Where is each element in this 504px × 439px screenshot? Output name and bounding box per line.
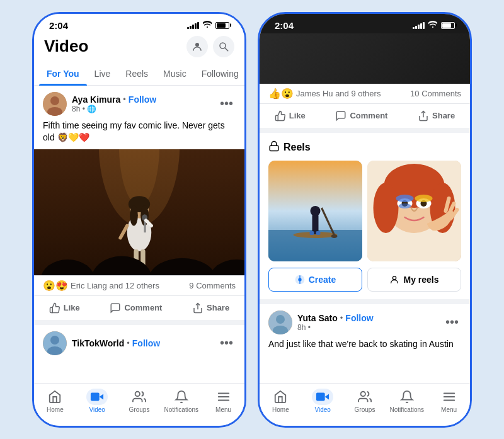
nav-groups-label-2: Groups xyxy=(355,406,375,413)
partial-follow-button-1[interactable]: Follow xyxy=(132,338,160,348)
comment-button-2[interactable]: Comment xyxy=(328,106,395,125)
svg-line-2 xyxy=(225,48,228,51)
phone-content-1: Aya Kimura • Follow 8h • 🌐 ••• Fifth tim… xyxy=(34,86,244,383)
battery-icon-2 xyxy=(441,22,455,29)
share-button-2[interactable]: Share xyxy=(410,106,462,125)
reels-lock-icon xyxy=(268,140,280,154)
svg-point-61 xyxy=(276,315,285,324)
post-text-1: Fifth time seeing my fav comic live. Nev… xyxy=(34,120,244,149)
app-title-1: Video xyxy=(44,37,88,56)
svg-point-1 xyxy=(220,43,226,48)
tab-following[interactable]: Following xyxy=(194,62,246,85)
nav-home-1[interactable]: Home xyxy=(34,389,76,413)
nav-groups-2[interactable]: Groups xyxy=(344,389,386,413)
bottom-author-info-2: Yuta Sato • Follow 8h • xyxy=(297,313,374,332)
nav-video-1[interactable]: Video xyxy=(76,389,118,413)
svg-rect-34 xyxy=(270,145,278,151)
status-bar-1: 2:04 xyxy=(34,14,244,33)
svg-point-29 xyxy=(135,391,140,396)
svg-rect-42 xyxy=(310,231,314,235)
tab-music[interactable]: Music xyxy=(156,62,194,85)
svg-point-0 xyxy=(195,43,199,47)
nav-menu-label-2: Menu xyxy=(441,406,457,413)
emoji-reactions-1: 😮😍 xyxy=(43,280,68,292)
reaction-bar-2: 👍😮 James Hu and 9 others 10 Comments xyxy=(260,84,470,104)
top-post-2: 👍😮 James Hu and 9 others 10 Comments Lik… xyxy=(260,84,470,128)
reels-title: Reels xyxy=(284,142,311,153)
bottom-post-text-2: And just like that we're back to skating… xyxy=(260,338,470,356)
avatar-1 xyxy=(43,92,67,116)
my-reels-button[interactable]: My reels xyxy=(367,268,461,292)
author-name-line-1: Aya Kimura • Follow xyxy=(72,94,156,105)
phone-1: 2:04 Video xyxy=(32,12,246,428)
svg-point-53 xyxy=(396,195,414,202)
separator-2 xyxy=(260,128,470,133)
wifi-icon-2 xyxy=(428,21,437,30)
svg-point-25 xyxy=(50,336,59,345)
nav-notifications-1[interactable]: Notifications xyxy=(160,389,202,413)
nav-groups-1[interactable]: Groups xyxy=(118,389,161,413)
post-menu-button-1[interactable]: ••• xyxy=(217,96,236,111)
partial-post-menu-1[interactable]: ••• xyxy=(217,336,236,350)
nav-video-label-2: Video xyxy=(314,406,330,413)
reel-thumb-2[interactable] xyxy=(367,161,461,261)
emoji-reactions-2: 👍😮 xyxy=(268,88,294,100)
avatar-2 xyxy=(268,311,292,334)
profile-icon-button[interactable] xyxy=(186,36,208,57)
phone-2: 2:04 xyxy=(258,12,472,428)
signal-bars-1 xyxy=(187,22,199,29)
tab-for-you[interactable]: For You xyxy=(39,62,87,85)
nav-video-2[interactable]: Video xyxy=(302,389,344,413)
create-reel-button[interactable]: Create xyxy=(268,268,362,292)
nav-notifications-2[interactable]: Notifications xyxy=(386,389,428,413)
svg-marker-63 xyxy=(325,394,329,399)
reels-section: Reels xyxy=(260,133,470,299)
svg-marker-27 xyxy=(100,394,103,399)
signal-bars-2 xyxy=(413,22,425,29)
post-header-1: Aya Kimura • Follow 8h • 🌐 ••• xyxy=(34,86,244,120)
reel-thumb-1[interactable] xyxy=(268,161,362,261)
share-button-1[interactable]: Share xyxy=(185,299,237,317)
search-icon-button[interactable] xyxy=(213,36,234,57)
nav-menu-2[interactable]: Menu xyxy=(428,389,470,413)
post-image-1 xyxy=(34,149,244,275)
tab-reels[interactable]: Reels xyxy=(118,62,156,85)
svg-point-55 xyxy=(399,203,411,208)
dark-top-area xyxy=(260,33,470,84)
svg-point-47 xyxy=(374,183,399,233)
app-header-1: Video xyxy=(34,33,244,62)
comment-button-1[interactable]: Comment xyxy=(102,299,169,317)
reels-header: Reels xyxy=(268,140,461,154)
nav-home-label-2: Home xyxy=(272,406,289,413)
separator-3 xyxy=(260,299,470,304)
like-button-2[interactable]: Like xyxy=(267,106,313,125)
nav-menu-label-1: Menu xyxy=(215,406,231,413)
bottom-post-header-2: Yuta Sato • Follow 8h • ••• xyxy=(260,304,470,338)
bottom-post-author-2: Yuta Sato • Follow 8h • xyxy=(268,311,374,334)
bottom-post-menu-2[interactable]: ••• xyxy=(443,315,461,329)
svg-rect-43 xyxy=(316,231,321,235)
action-bar-2: Like Comment Share xyxy=(260,104,470,128)
nav-menu-1[interactable]: Menu xyxy=(202,389,244,413)
bottom-follow-button-2[interactable]: Follow xyxy=(345,313,373,323)
svg-point-4 xyxy=(50,96,59,105)
bottom-nav-1: Home Video Groups Notifications xyxy=(34,383,244,426)
bottom-post-meta-2: 8h • xyxy=(297,323,374,332)
reactor-name-1: Eric Liang and 12 others xyxy=(71,281,159,290)
svg-point-41 xyxy=(331,234,338,238)
tab-live[interactable]: Live xyxy=(87,62,118,85)
reaction-bar-1: 😮😍 Eric Liang and 12 others 9 Comments xyxy=(34,275,244,296)
bottom-nav-2: Home Video Groups Notifications xyxy=(260,383,470,426)
follow-button-1[interactable]: Follow xyxy=(129,94,156,105)
wifi-icon-1 xyxy=(203,21,212,30)
post-1: Aya Kimura • Follow 8h • 🌐 ••• Fifth tim… xyxy=(34,86,244,320)
like-button-1[interactable]: Like xyxy=(42,299,88,317)
post-meta-1: 8h • 🌐 xyxy=(72,105,156,113)
bottom-post-2: Yuta Sato • Follow 8h • ••• And just lik… xyxy=(260,304,470,383)
nav-home-2[interactable]: Home xyxy=(260,389,302,413)
phone-content-2: 👍😮 James Hu and 9 others 10 Comments Lik… xyxy=(260,84,470,383)
author-name-1: Aya Kimura xyxy=(72,94,120,105)
partial-post-1: TikTokWorld • Follow ••• xyxy=(34,325,244,383)
nav-home-label-1: Home xyxy=(47,406,64,413)
nav-video-label-1: Video xyxy=(89,406,105,413)
